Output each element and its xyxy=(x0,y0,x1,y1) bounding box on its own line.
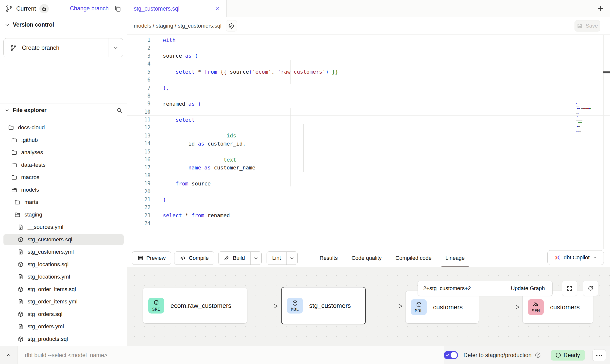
refresh-button[interactable] xyxy=(583,281,598,296)
file-tree-item-stg-locations-sql[interactable]: stg_locations.sql xyxy=(3,259,124,270)
scrollbar-thumb[interactable] xyxy=(603,71,610,73)
status-badge: Ready xyxy=(551,350,585,361)
file-explorer-header[interactable]: File explorer xyxy=(4,107,123,114)
create-branch-dropdown[interactable] xyxy=(108,38,123,57)
chevron-down-icon xyxy=(4,22,10,28)
file-icon xyxy=(17,274,24,280)
line-number: 21 xyxy=(127,197,151,202)
tab-lineage[interactable]: Lineage xyxy=(445,249,465,267)
create-branch-button[interactable]: Create branch xyxy=(3,38,123,57)
help-icon[interactable] xyxy=(535,352,541,358)
lineage-node-ecom-raw-customers[interactable]: SRCecom.raw_customers xyxy=(143,288,247,324)
code-editor[interactable]: 1with23source as (45 select * from {{ so… xyxy=(127,35,610,249)
fullscreen-button[interactable] xyxy=(562,281,577,296)
file-tree-item-macros[interactable]: macros xyxy=(3,172,124,183)
code-line-18[interactable]: 18 xyxy=(127,172,610,180)
collapse-panel-button[interactable] xyxy=(0,346,17,364)
build-button[interactable]: Build xyxy=(218,251,262,265)
code-line-2[interactable]: 2 xyxy=(127,44,610,52)
version-control-header[interactable]: Version control xyxy=(4,21,54,28)
lineage-node-stg-customers[interactable]: MDLstg_customers xyxy=(281,287,366,324)
code-line-7[interactable]: 7), xyxy=(127,84,610,92)
preview-button[interactable]: Preview xyxy=(132,251,171,265)
ready-label: Ready xyxy=(564,352,580,359)
tab-compiled-code[interactable]: Compiled code xyxy=(395,249,432,267)
code-line-3[interactable]: 3source as ( xyxy=(127,52,610,60)
model-icon xyxy=(292,300,298,306)
defer-toggle[interactable] xyxy=(444,351,458,359)
code-line-13[interactable]: 13 ---------- ids xyxy=(127,132,610,140)
file-tree-item-staging[interactable]: staging xyxy=(3,209,124,220)
code-line-10[interactable]: 10 xyxy=(127,108,610,116)
line-number: 16 xyxy=(127,157,151,163)
code-line-17[interactable]: 17 name as customer_name xyxy=(127,164,610,171)
code-line-1[interactable]: 1with xyxy=(127,36,610,44)
file-tree-item--github[interactable]: .github xyxy=(3,135,124,146)
file-tree-item-marts[interactable]: marts xyxy=(3,197,124,208)
model-icon xyxy=(17,311,24,317)
build-dropdown[interactable] xyxy=(250,252,261,265)
code-line-16[interactable]: 16 ---------- text xyxy=(127,156,610,164)
tab-stg-customers-sql[interactable]: stg_customers.sql xyxy=(127,0,227,17)
file-tree-item-docs-cloud[interactable]: docs-cloud xyxy=(3,122,124,133)
code-line-9[interactable]: 9renamed as ( xyxy=(127,100,610,108)
code-line-6[interactable]: 6 xyxy=(127,76,610,84)
code-line-15[interactable]: 15 xyxy=(127,148,610,155)
file-tree-item-stg-orders-sql[interactable]: stg_orders.sql xyxy=(3,309,124,320)
lint-button[interactable]: Lint xyxy=(267,251,298,265)
model-icon xyxy=(17,286,24,293)
file-tree-item-stg-locations-yml[interactable]: stg_locations.yml xyxy=(3,271,124,282)
file-tree-item-stg-orders-yml[interactable]: stg_orders.yml xyxy=(3,321,124,332)
save-button[interactable]: Save xyxy=(575,20,600,32)
code-line-21[interactable]: 21) xyxy=(127,196,610,203)
code-line-11[interactable]: 11 select xyxy=(127,116,610,124)
branch-header: Current Change branch xyxy=(0,0,127,17)
file-name: .github xyxy=(21,137,38,143)
file-tree-item-analyses[interactable]: analyses xyxy=(3,147,124,158)
file-tree-item-data-tests[interactable]: data-tests xyxy=(3,160,124,170)
code-line-22[interactable]: 22 xyxy=(127,203,610,211)
code-line-14[interactable]: 14 id as customer_id, xyxy=(127,140,610,148)
folder-icon xyxy=(11,149,17,156)
file-tree-item-stg-order-items-yml[interactable]: stg_order_items.yml xyxy=(3,296,124,307)
new-tab-button[interactable] xyxy=(596,4,605,13)
file-name: docs-cloud xyxy=(18,124,45,131)
code-line-19[interactable]: 19 from source xyxy=(127,180,610,187)
wrench-icon xyxy=(224,255,230,261)
lint-dropdown[interactable] xyxy=(286,252,297,265)
file-tree-item-stg-order-items-sql[interactable]: stg_order_items.sql xyxy=(3,284,124,295)
code-line-24[interactable]: 24 xyxy=(127,219,610,227)
file-tree-item-models[interactable]: models xyxy=(3,184,124,195)
dbt-copilot-button[interactable]: dbt Copilot xyxy=(547,250,604,265)
file-tree-item-stg-customers-sql[interactable]: stg_customers.sql xyxy=(3,234,124,245)
command-input[interactable]: dbt build --select <model_name> xyxy=(17,346,444,364)
code-line-5[interactable]: 5 select * from {{ source('ecom', 'raw_c… xyxy=(127,68,610,76)
file-tree-item-stg-products-sql[interactable]: stg_products.sql xyxy=(3,334,124,345)
code-line-4[interactable]: 4 xyxy=(127,60,610,68)
file-tree-item-stg-customers-yml[interactable]: stg_customers.yml xyxy=(3,247,124,257)
editor-scrollbar-rail[interactable] xyxy=(603,35,604,249)
code-line-8[interactable]: 8 xyxy=(127,92,610,100)
compile-button[interactable]: Compile xyxy=(174,251,214,265)
search-icon[interactable] xyxy=(116,107,123,114)
lineage-panel[interactable]: SRCecom.raw_customersMDLstg_customersMDL… xyxy=(127,267,610,346)
more-options-button[interactable] xyxy=(592,349,606,361)
divider xyxy=(304,249,304,267)
editor-toolbar: Preview Compile Build Lint xyxy=(127,249,610,267)
docs-compass-icon[interactable] xyxy=(226,20,237,31)
code-line-20[interactable]: 20 xyxy=(127,187,610,195)
line-number: 8 xyxy=(127,93,151,99)
preview-label: Preview xyxy=(146,255,166,261)
file-tree-item--sources-yml[interactable]: __sources.yml xyxy=(3,222,124,232)
line-number: 11 xyxy=(127,117,151,123)
lineage-selector-input[interactable]: 2+stg_customers+2 xyxy=(418,281,503,296)
code-line-12[interactable]: 12 xyxy=(127,124,610,132)
tab-results[interactable]: Results xyxy=(320,249,338,267)
minimap[interactable] xyxy=(576,103,593,134)
copy-icon[interactable] xyxy=(114,5,121,12)
tab-code-quality[interactable]: Code quality xyxy=(352,249,382,267)
code-line-23[interactable]: 23select * from renamed xyxy=(127,212,610,219)
update-graph-button[interactable]: Update Graph xyxy=(503,281,552,296)
close-icon[interactable] xyxy=(215,6,220,11)
change-branch-link[interactable]: Change branch xyxy=(70,5,109,12)
